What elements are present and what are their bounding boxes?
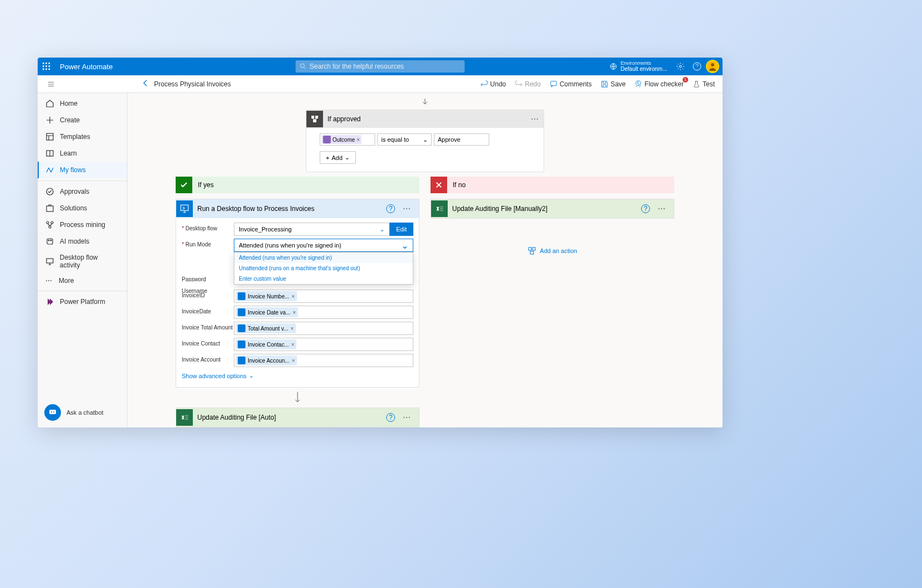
nav-templates[interactable]: Templates — [38, 128, 127, 145]
label-invoice-date: InvoiceDate — [182, 306, 234, 314]
svg-rect-1 — [45, 63, 47, 64]
nav-approvals[interactable]: Approvals — [38, 183, 127, 200]
label-invoice-account: Invoice Account — [182, 354, 234, 363]
svg-rect-51 — [530, 251, 534, 254]
invoice-account-input[interactable]: Invoice Accoun...× — [234, 354, 413, 367]
row-invoice-date: InvoiceDate Invoice Date va...× — [182, 306, 413, 319]
chatbot[interactable]: Ask a chatbot — [44, 404, 104, 421]
nav-my-flows[interactable]: My flows — [38, 162, 127, 178]
condition-right-operand[interactable]: Approve — [434, 133, 489, 146]
token-remove-icon[interactable]: × — [290, 326, 294, 332]
desktop-flow-card[interactable]: Run a Desktop flow to Process Invoices ?… — [176, 199, 419, 388]
token-remove-icon[interactable]: × — [357, 137, 360, 143]
excel-auto-header[interactable]: Update Auditing File [Auto] ? ⋯ — [176, 408, 419, 427]
desktop-flow-body: * Desktop flow Invoice_Processing ⌄ Edit — [176, 218, 419, 387]
user-avatar[interactable] — [706, 60, 719, 73]
comments-button[interactable]: Comments — [546, 78, 595, 90]
invoice-id-input[interactable]: Invoice Numbe...× — [234, 290, 413, 303]
header-right: Environments Default environm... — [609, 59, 723, 74]
undo-button[interactable]: Undo — [477, 78, 510, 90]
invoice-date-token[interactable]: Invoice Date va...× — [235, 307, 298, 317]
nav-process-mining[interactable]: Process mining — [38, 216, 127, 233]
invoice-contact-input[interactable]: Invoice Contac...× — [234, 338, 413, 351]
designer-canvas[interactable]: If approved ⋯ Outcome × is eq — [127, 93, 723, 427]
edit-button[interactable]: Edit — [390, 223, 413, 236]
more-icon[interactable]: ⋯ — [398, 204, 416, 213]
run-mode-select[interactable]: Attended (runs when you're signed in) ⌄ — [234, 239, 413, 252]
condition-left-operand[interactable]: Outcome × — [320, 133, 375, 146]
invoice-id-token[interactable]: Invoice Numbe...× — [235, 291, 297, 301]
branch-no-header[interactable]: If no — [431, 177, 674, 193]
branch-yes-header[interactable]: If yes — [176, 177, 419, 193]
token-remove-icon[interactable]: × — [293, 310, 296, 316]
condition-operator[interactable]: is equal to ⌄ — [377, 133, 432, 146]
show-advanced-link[interactable]: Show advanced options ⌄ — [182, 372, 254, 379]
condition-more-icon[interactable]: ⋯ — [526, 115, 544, 123]
help-icon[interactable]: ? — [386, 204, 395, 213]
invoice-contact-token[interactable]: Invoice Contac...× — [235, 339, 296, 349]
row-invoice-total: Invoice Total Amount Total Amount v...× — [182, 322, 413, 335]
svg-rect-2 — [49, 63, 50, 64]
excel-manual-header[interactable]: Update Auditing File [Manually2] ? ⋯ — [431, 199, 674, 218]
back-arrow-icon[interactable] — [142, 79, 150, 89]
home-icon — [45, 99, 54, 108]
token-remove-icon[interactable]: × — [291, 293, 295, 300]
hamburger-icon[interactable] — [42, 80, 60, 88]
nav-desktop-flow-activity[interactable]: Desktop flow activity — [38, 250, 127, 273]
environment-selector[interactable]: Environments Default environm... — [609, 61, 667, 73]
dropdown-option-custom[interactable]: Enter custom value — [234, 274, 413, 284]
svg-point-33 — [50, 240, 52, 241]
nav-learn[interactable]: Learn — [38, 145, 127, 162]
row-invoice-contact: Invoice Contact Invoice Contac...× — [182, 338, 413, 351]
add-action-button[interactable]: Add an action — [431, 246, 674, 255]
learn-icon — [45, 149, 54, 158]
settings-icon[interactable] — [673, 59, 688, 74]
app-header: Power Automate Environments Default envi… — [38, 58, 723, 75]
chatbot-icon[interactable] — [44, 404, 61, 421]
add-condition-button[interactable]: + Add ⌄ — [320, 151, 356, 164]
help-icon[interactable]: ? — [641, 204, 650, 213]
nav-home[interactable]: Home — [38, 95, 127, 112]
invoice-total-token[interactable]: Total Amount v...× — [235, 323, 296, 333]
more-icon[interactable]: ⋯ — [398, 413, 416, 422]
condition-card[interactable]: If approved ⋯ Outcome × is eq — [306, 110, 544, 172]
desktop-flow-icon — [176, 200, 193, 217]
sidebar: Home Create Templates Learn My flows A — [38, 93, 127, 427]
excel-manual-card[interactable]: Update Auditing File [Manually2] ? ⋯ — [431, 199, 674, 219]
nav-more[interactable]: ⋯ More — [38, 273, 127, 288]
run-mode-dropdown: Attended (runs when you're signed in) Un… — [234, 252, 413, 285]
more-icon[interactable]: ⋯ — [653, 204, 670, 213]
help-icon[interactable] — [689, 59, 705, 74]
invoice-date-input[interactable]: Invoice Date va...× — [234, 306, 413, 319]
svg-point-30 — [49, 226, 51, 228]
condition-header[interactable]: If approved ⋯ — [306, 110, 544, 128]
token-remove-icon[interactable]: × — [292, 358, 295, 364]
token-remove-icon[interactable]: × — [291, 342, 294, 348]
body: Home Create Templates Learn My flows A — [38, 93, 723, 427]
test-button[interactable]: Test — [689, 78, 718, 90]
search-box[interactable] — [296, 60, 465, 73]
excel-auto-card[interactable]: Update Auditing File [Auto] ? ⋯ — [176, 408, 419, 427]
save-button[interactable]: Save — [597, 78, 629, 90]
waffle-icon[interactable] — [38, 58, 55, 75]
help-icon[interactable]: ? — [386, 413, 395, 422]
svg-point-15 — [711, 63, 714, 66]
flow-checker-button[interactable]: 1 Flow checker — [631, 78, 687, 90]
invoice-total-input[interactable]: Total Amount v...× — [234, 322, 413, 335]
dropdown-option-attended[interactable]: Attended (runs when you're signed in) — [234, 252, 413, 263]
nav-ai-models[interactable]: AI models — [38, 233, 127, 250]
nav-solutions[interactable]: Solutions — [38, 200, 127, 216]
nav-power-platform[interactable]: Power Platform — [38, 293, 127, 310]
svg-point-9 — [300, 64, 304, 68]
invoice-account-token[interactable]: Invoice Accoun...× — [235, 355, 297, 365]
redo-button[interactable]: Redo — [511, 78, 544, 90]
svg-rect-7 — [45, 69, 47, 70]
outcome-token[interactable]: Outcome × — [321, 135, 361, 144]
solutions-icon — [45, 204, 54, 213]
desktop-flow-header[interactable]: Run a Desktop flow to Process Invoices ?… — [176, 199, 419, 218]
search-input[interactable] — [310, 63, 460, 70]
nav-create[interactable]: Create — [38, 112, 127, 128]
dropdown-option-unattended[interactable]: Unattended (runs on a machine that's sig… — [234, 263, 413, 274]
desktop-flow-select[interactable]: Invoice_Processing ⌄ — [234, 223, 390, 236]
svg-rect-4 — [45, 65, 47, 67]
